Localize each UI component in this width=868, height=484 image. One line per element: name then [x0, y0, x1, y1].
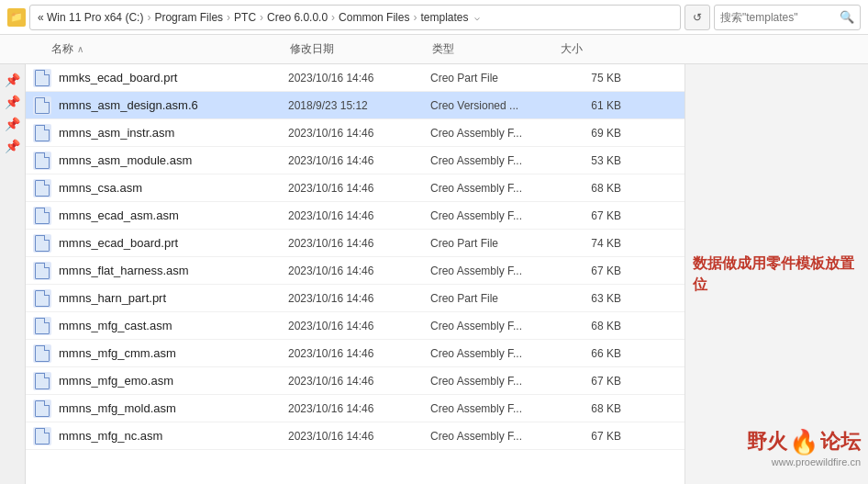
- pin-icon-4[interactable]: 📌: [5, 138, 21, 154]
- file-type-1: Creo Versioned ...: [430, 99, 559, 112]
- file-type-8: Creo Part File: [430, 292, 559, 305]
- table-row[interactable]: mmns_mfg_nc.asm 2023/10/16 14:46 Creo As…: [26, 422, 684, 450]
- watermark-url: www.proewildfire.cn: [747, 456, 861, 467]
- table-row[interactable]: mmns_ecad_asm.asm 2023/10/16 14:46 Creo …: [26, 202, 684, 230]
- file-type-7: Creo Assembly F...: [430, 265, 559, 277]
- bc-ptc: PTC: [234, 11, 256, 24]
- file-date-11: 2023/10/16 14:46: [288, 375, 430, 388]
- file-date-3: 2023/10/16 14:46: [288, 154, 430, 167]
- file-size-8: 63 KB: [559, 292, 632, 305]
- table-row[interactable]: mmns_mfg_emo.asm 2023/10/16 14:46 Creo A…: [26, 367, 684, 395]
- col-header-size[interactable]: 大小: [561, 41, 634, 57]
- file-size-13: 67 KB: [559, 430, 632, 443]
- file-size-7: 67 KB: [559, 265, 632, 277]
- table-row[interactable]: mmns_ecad_board.prt 2023/10/16 14:46 Cre…: [26, 230, 684, 257]
- file-name-11: mmns_mfg_emo.asm: [59, 374, 288, 388]
- watermark-label: 论坛: [820, 431, 861, 453]
- file-size-5: 67 KB: [559, 209, 632, 222]
- file-name-3: mmns_asm_module.asm: [59, 153, 288, 167]
- bc-win11: « Win 11 Pro x64 (C:): [38, 11, 143, 24]
- file-name-5: mmns_ecad_asm.asm: [59, 208, 288, 222]
- file-icon-3: [33, 152, 51, 170]
- file-type-0: Creo Part File: [430, 72, 559, 84]
- table-row[interactable]: mmns_asm_module.asm 2023/10/16 14:46 Cre…: [26, 147, 684, 174]
- table-row[interactable]: mmns_harn_part.prt 2023/10/16 14:46 Creo…: [26, 285, 684, 312]
- file-date-12: 2023/10/16 14:46: [288, 402, 430, 415]
- table-row[interactable]: mmns_asm_design.asm.6 2018/9/23 15:12 Cr…: [26, 92, 684, 119]
- breadcrumb[interactable]: « Win 11 Pro x64 (C:) › Program Files › …: [29, 5, 681, 30]
- file-icon-2: [33, 124, 51, 142]
- file-icon-9: [33, 317, 51, 335]
- table-row[interactable]: mmns_mfg_mold.asm 2023/10/16 14:46 Creo …: [26, 395, 684, 422]
- search-box[interactable]: 🔍: [714, 5, 861, 30]
- watermark-fire-icon: 🔥: [789, 428, 818, 456]
- file-icon-0: [33, 69, 51, 87]
- column-headers: 名称 ∧ 修改日期 类型 大小: [0, 35, 868, 64]
- file-type-6: Creo Part File: [430, 237, 559, 250]
- file-name-10: mmns_mfg_cmm.asm: [59, 346, 288, 360]
- search-input[interactable]: [720, 11, 840, 24]
- file-date-1: 2018/9/23 15:12: [288, 99, 430, 112]
- table-row[interactable]: mmns_asm_instr.asm 2023/10/16 14:46 Creo…: [26, 119, 684, 147]
- file-icon-10: [33, 344, 51, 363]
- file-icon-8: [33, 289, 51, 308]
- file-size-11: 67 KB: [559, 375, 632, 388]
- file-date-2: 2023/10/16 14:46: [288, 127, 430, 140]
- file-type-11: Creo Assembly F...: [430, 375, 559, 388]
- file-type-13: Creo Assembly F...: [430, 430, 559, 443]
- file-type-4: Creo Assembly F...: [430, 182, 559, 195]
- file-size-3: 53 KB: [559, 154, 632, 167]
- file-date-6: 2023/10/16 14:46: [288, 237, 430, 250]
- bc-programfiles: Program Files: [154, 11, 223, 24]
- file-size-0: 75 KB: [559, 72, 632, 84]
- col-header-date[interactable]: 修改日期: [290, 41, 432, 57]
- annotation-text: 数据做成用零件模板放置位: [693, 253, 861, 295]
- file-date-8: 2023/10/16 14:46: [288, 292, 430, 305]
- file-date-0: 2023/10/16 14:46: [288, 72, 430, 84]
- file-date-13: 2023/10/16 14:46: [288, 430, 430, 443]
- file-list: mmks_ecad_board.prt 2023/10/16 14:46 Cre…: [26, 64, 684, 484]
- col-header-name[interactable]: 名称 ∧: [51, 41, 290, 57]
- file-name-8: mmns_harn_part.prt: [59, 291, 288, 305]
- file-size-9: 68 KB: [559, 320, 632, 332]
- pin-icon-3[interactable]: 📌: [5, 116, 21, 132]
- file-icon-6: [33, 234, 51, 253]
- refresh-button[interactable]: ↺: [684, 5, 710, 30]
- file-icon-13: [33, 427, 51, 445]
- table-row[interactable]: mmks_ecad_board.prt 2023/10/16 14:46 Cre…: [26, 64, 684, 92]
- pin-icon-1[interactable]: 📌: [5, 72, 21, 88]
- main-layout: 📌 📌 📌 📌 mmks_ecad_board.prt 2023/10/16 1…: [0, 64, 868, 484]
- table-row[interactable]: mmns_flat_harness.asm 2023/10/16 14:46 C…: [26, 257, 684, 285]
- file-type-9: Creo Assembly F...: [430, 320, 559, 332]
- file-icon-7: [33, 262, 51, 280]
- side-panel: 📌 📌 📌 📌: [0, 64, 26, 484]
- file-date-5: 2023/10/16 14:46: [288, 209, 430, 222]
- file-name-7: mmns_flat_harness.asm: [59, 264, 288, 277]
- file-size-4: 68 KB: [559, 182, 632, 195]
- file-date-4: 2023/10/16 14:46: [288, 182, 430, 195]
- file-type-10: Creo Assembly F...: [430, 347, 559, 360]
- table-row[interactable]: mmns_mfg_cmm.asm 2023/10/16 14:46 Creo A…: [26, 340, 684, 367]
- pin-icon-2[interactable]: 📌: [5, 94, 21, 110]
- file-date-7: 2023/10/16 14:46: [288, 265, 430, 277]
- file-date-10: 2023/10/16 14:46: [288, 347, 430, 360]
- table-row[interactable]: mmns_csa.asm 2023/10/16 14:46 Creo Assem…: [26, 174, 684, 202]
- table-row[interactable]: mmns_mfg_cast.asm 2023/10/16 14:46 Creo …: [26, 312, 684, 340]
- file-name-2: mmns_asm_instr.asm: [59, 126, 288, 140]
- watermark: 野火 🔥 论坛 www.proewildfire.cn: [747, 428, 861, 467]
- file-name-0: mmks_ecad_board.prt: [59, 71, 288, 84]
- watermark-title: 野火: [747, 431, 787, 453]
- bc-creo: Creo 6.0.0.0: [267, 11, 328, 24]
- file-name-1: mmns_asm_design.asm.6: [59, 98, 288, 112]
- breadcrumb-dropdown-icon[interactable]: ⌵: [474, 12, 480, 22]
- file-type-12: Creo Assembly F...: [430, 402, 559, 415]
- file-size-2: 69 KB: [559, 127, 632, 140]
- file-icon-5: [33, 207, 51, 225]
- col-header-type[interactable]: 类型: [432, 41, 561, 57]
- file-name-9: mmns_mfg_cast.asm: [59, 319, 288, 332]
- file-name-13: mmns_mfg_nc.asm: [59, 429, 288, 443]
- search-icon: 🔍: [840, 10, 854, 24]
- file-type-3: Creo Assembly F...: [430, 154, 559, 167]
- file-size-1: 61 KB: [559, 99, 632, 112]
- file-icon-4: [33, 179, 51, 197]
